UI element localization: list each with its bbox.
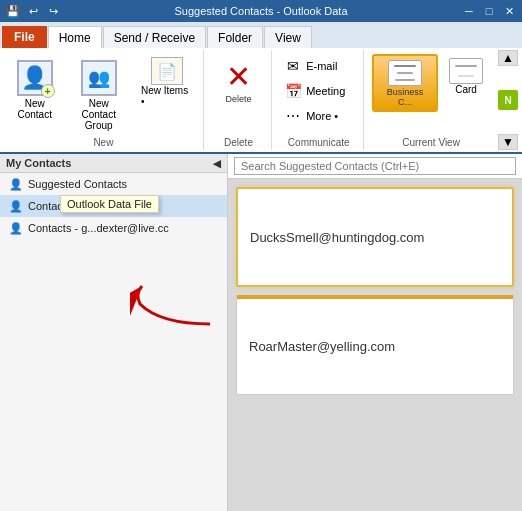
restore-btn[interactable]: □ — [480, 2, 498, 20]
ribbon-group-communicate: ✉ E-mail 📅 Meeting ⋯ More • Communicate — [274, 50, 364, 150]
sidebar: My Contacts ◀ 👤 Suggested Contacts 👤 Con… — [0, 154, 228, 511]
sidebar-header: My Contacts ◀ — [0, 154, 227, 173]
business-card-icon — [387, 59, 423, 87]
main-area: My Contacts ◀ 👤 Suggested Contacts 👤 Con… — [0, 154, 522, 511]
delete-icon: ✕ — [220, 58, 256, 94]
meeting-button[interactable]: 📅 Meeting — [278, 79, 359, 103]
ribbon-content: 👤 + NewContact 👥 New ContactGroup 📄 — [0, 48, 522, 154]
meeting-icon: 📅 — [283, 82, 303, 100]
email-label: E-mail — [306, 60, 337, 72]
undo-icon[interactable]: ↩ — [24, 2, 42, 20]
tab-send-receive[interactable]: Send / Receive — [103, 26, 206, 48]
card-label: Card — [455, 84, 477, 95]
ribbon-scroll: ▲ N ▼ — [498, 50, 518, 150]
tab-folder[interactable]: Folder — [207, 26, 263, 48]
ribbon-tabs: File Home Send / Receive Folder View — [0, 22, 522, 48]
business-card-button[interactable]: Business C... — [372, 54, 438, 112]
new-items-button[interactable]: 📄 New Items • — [136, 54, 199, 110]
communicate-group-label: Communicate — [278, 135, 359, 148]
business-card-label: Business C... — [379, 87, 431, 107]
scroll-up-btn[interactable]: ▲ — [498, 50, 518, 66]
window-title: Suggested Contacts - Outlook Data — [64, 5, 458, 17]
ribbon-group-new: 👤 + NewContact 👥 New ContactGroup 📄 — [4, 50, 204, 150]
contacts-live-label: Contacts - g...dexter@live.cc — [28, 222, 219, 234]
search-bar — [228, 154, 522, 179]
sidebar-item-contacts-live[interactable]: 👤 Contacts - g...dexter@live.cc — [0, 217, 227, 239]
more-icon: ⋯ — [283, 107, 303, 125]
new-contact-group-label: New ContactGroup — [70, 98, 126, 131]
delete-button[interactable]: ✕ Delete — [211, 54, 265, 108]
new-items-label: New Items • — [141, 85, 194, 107]
search-input[interactable] — [234, 157, 516, 175]
new-contact-group-icon: 👥 — [79, 58, 119, 98]
onenote-button[interactable]: N — [498, 90, 518, 110]
delete-group-label: Delete — [224, 135, 253, 148]
tab-file[interactable]: File — [2, 26, 47, 48]
ribbon-group-current-view: Business C... Card Current View — [366, 50, 496, 150]
email-icon: ✉ — [283, 57, 303, 75]
sidebar-item-contacts-outlook[interactable]: 👤 Contacts - Outlook Data File — [0, 195, 227, 217]
delete-label: Delete — [225, 94, 251, 104]
sidebar-header-label: My Contacts — [6, 157, 71, 169]
contact-card-1[interactable]: DucksSmell@huntingdog.com — [236, 187, 514, 287]
suggested-contacts-label: Suggested Contacts — [28, 178, 219, 190]
contacts-outlook-icon: 👤 — [8, 198, 24, 214]
ribbon-group-delete: ✕ Delete Delete — [206, 50, 272, 150]
sidebar-collapse-btn[interactable]: ◀ — [213, 158, 221, 169]
contact-card-2[interactable]: RoarMaster@yelling.com — [236, 295, 514, 395]
more-label: More • — [306, 110, 338, 122]
new-contact-button[interactable]: 👤 + NewContact — [8, 54, 61, 124]
new-contact-icon: 👤 + — [15, 58, 55, 98]
more-button[interactable]: ⋯ More • — [278, 104, 359, 128]
new-contact-group-button[interactable]: 👥 New ContactGroup — [63, 54, 133, 135]
tab-view[interactable]: View — [264, 26, 312, 48]
close-btn[interactable]: ✕ — [500, 2, 518, 20]
contact-email-2: RoarMaster@yelling.com — [249, 339, 395, 354]
content-area: DucksSmell@huntingdog.com RoarMaster@yel… — [228, 154, 522, 511]
arrow-overlay — [130, 274, 220, 337]
card-icon — [449, 58, 483, 84]
contacts-outlook-label: Contacts - — [28, 200, 219, 212]
card-button[interactable]: Card — [442, 54, 490, 99]
new-contact-label: NewContact — [18, 98, 52, 120]
new-group-label: New — [8, 135, 199, 148]
suggested-contacts-icon: 👤 — [8, 176, 24, 192]
contact-email-1: DucksSmell@huntingdog.com — [250, 230, 424, 245]
contacts-grid: DucksSmell@huntingdog.com RoarMaster@yel… — [228, 179, 522, 511]
quick-access-toolbar: 💾 ↩ ↪ Suggested Contacts - Outlook Data … — [0, 0, 522, 22]
sidebar-item-suggested-contacts[interactable]: 👤 Suggested Contacts — [0, 173, 227, 195]
tab-home[interactable]: Home — [48, 26, 102, 48]
minimize-btn[interactable]: ─ — [460, 2, 478, 20]
contacts-live-icon: 👤 — [8, 220, 24, 236]
redo-icon[interactable]: ↪ — [44, 2, 62, 20]
current-view-group-label: Current View — [402, 135, 460, 148]
save-icon[interactable]: 💾 — [4, 2, 22, 20]
scroll-down-btn[interactable]: ▼ — [498, 134, 518, 150]
meeting-label: Meeting — [306, 85, 345, 97]
email-button[interactable]: ✉ E-mail — [278, 54, 359, 78]
